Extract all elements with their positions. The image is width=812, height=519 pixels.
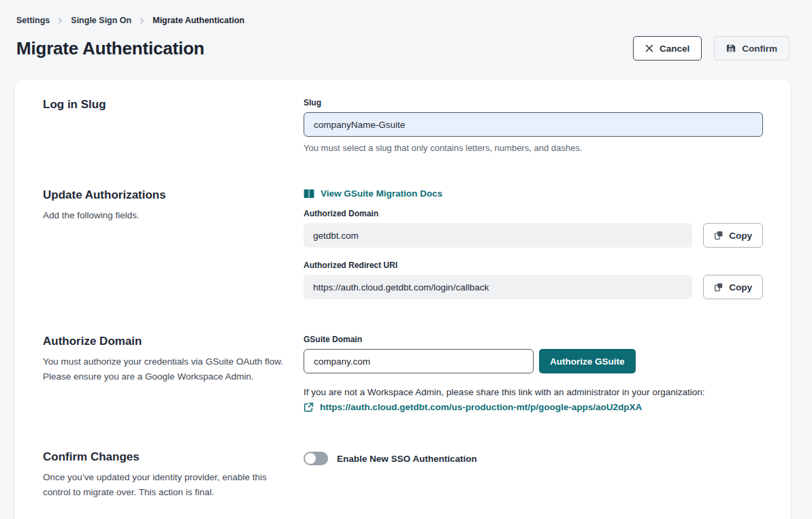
copy-icon: [714, 282, 724, 292]
confirm-changes-description: Once you’ve updated your identity provid…: [43, 470, 283, 500]
share-link[interactable]: https://auth.cloud.getdbt.com/us-product…: [304, 402, 642, 412]
book-icon: [304, 189, 314, 199]
breadcrumb-single-sign-on[interactable]: Single Sign On: [71, 16, 131, 25]
section-login-slug: Log in Slug Slug You must select a slug …: [43, 98, 763, 153]
chevron-right-icon: [56, 17, 64, 24]
slug-helper-text: You must select a slug that only contain…: [304, 143, 763, 153]
confirm-changes-heading: Confirm Changes: [43, 450, 283, 464]
authorize-domain-heading: Authorize Domain: [43, 335, 283, 348]
confirm-button-label: Confirm: [742, 44, 777, 54]
login-slug-heading: Log in Slug: [43, 98, 283, 112]
update-authorizations-description: Add the following fields.: [43, 208, 283, 223]
copy-icon: [714, 231, 724, 240]
header-actions: Cancel Confirm: [633, 36, 790, 61]
section-authorize-domain: Authorize Domain You must authorize your…: [43, 335, 763, 415]
page-header: Settings Single Sign On Migrate Authenti…: [0, 0, 812, 61]
section-confirm-changes: Confirm Changes Once you’ve updated your…: [43, 450, 763, 500]
page-title: Migrate Authentication: [16, 38, 204, 59]
gsuite-migration-docs-label: View GSuite Migration Docs: [321, 188, 442, 199]
save-icon: [726, 44, 736, 53]
gsuite-migration-docs-link[interactable]: View GSuite Migration Docs: [304, 188, 442, 199]
enable-sso-toggle-label: Enable New SSO Authentication: [337, 454, 477, 464]
section-update-authorizations: Update Authorizations Add the following …: [43, 188, 763, 299]
share-link-url: https://auth.cloud.getdbt.com/us-product…: [320, 402, 642, 412]
authorize-domain-description: You must authorize your credentials via …: [43, 354, 283, 384]
update-authorizations-heading: Update Authorizations: [43, 188, 283, 202]
breadcrumb: Settings Single Sign On Migrate Authenti…: [16, 16, 790, 25]
x-icon: [645, 44, 653, 52]
toggle-knob: [305, 453, 316, 464]
gsuite-domain-input[interactable]: [304, 349, 534, 373]
authorized-redirect-uri-value: https://auth.cloud.getdbt.com/login/call…: [304, 275, 692, 299]
slug-label: Slug: [304, 98, 763, 107]
copy-button-label: Copy: [729, 231, 752, 241]
copy-button-label: Copy: [729, 282, 752, 292]
copy-redirect-uri-button[interactable]: Copy: [703, 275, 763, 299]
copy-authorized-domain-button[interactable]: Copy: [703, 223, 763, 248]
authorized-redirect-uri-label: Authorized Redirect URI: [304, 261, 763, 270]
slug-input[interactable]: [304, 112, 763, 137]
external-link-icon: [304, 402, 314, 412]
confirm-button[interactable]: Confirm: [714, 36, 790, 61]
authorized-domain-value: getdbt.com: [304, 223, 692, 248]
authorized-domain-label: Authorized Domain: [304, 209, 763, 218]
enable-sso-toggle[interactable]: [304, 452, 328, 465]
breadcrumb-settings[interactable]: Settings: [16, 16, 50, 25]
cancel-button-label: Cancel: [660, 44, 689, 54]
authorize-gsuite-button[interactable]: Authorize GSuite: [539, 349, 636, 373]
cancel-button[interactable]: Cancel: [633, 36, 702, 61]
workspace-admin-note: If you are not a Workspace Admin, please…: [304, 387, 763, 397]
settings-card: Log in Slug Slug You must select a slug …: [15, 80, 790, 519]
chevron-right-icon: [138, 17, 146, 24]
breadcrumb-migrate-authentication: Migrate Authentication: [152, 16, 244, 25]
gsuite-domain-label: GSuite Domain: [304, 335, 763, 344]
